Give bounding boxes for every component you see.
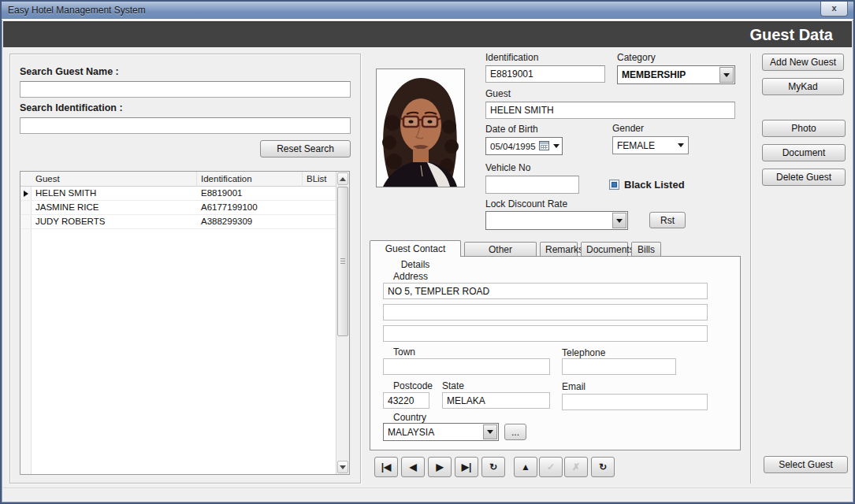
column-header-blist[interactable]: BList	[303, 172, 337, 187]
chevron-down-icon	[723, 73, 730, 77]
state-label: State	[442, 380, 464, 391]
search-identification-input[interactable]	[20, 117, 351, 134]
black-listed-checkbox[interactable]	[609, 180, 619, 190]
search-guest-name-input[interactable]	[20, 81, 351, 98]
previous-record-icon: ◀	[409, 461, 416, 472]
category-dropdown-button[interactable]	[719, 67, 734, 83]
country-select[interactable]: MALAYSIA	[383, 423, 499, 441]
title-bar[interactable]: Easy Hotel Management System x	[2, 2, 853, 20]
category-label: Category	[617, 52, 656, 63]
postcode-input[interactable]	[383, 392, 429, 409]
category-select[interactable]: MEMBERSHIP	[617, 65, 735, 84]
bottom-divider	[3, 487, 852, 488]
close-button[interactable]: x	[820, 2, 848, 17]
gender-value: FEMALE	[617, 137, 672, 154]
scroll-down-button[interactable]	[337, 461, 348, 473]
cell-identification: A6177199100	[197, 201, 303, 215]
guest-photo	[376, 69, 465, 187]
date-of-birth-picker[interactable]: 05/04/1995	[485, 137, 563, 155]
scrollbar-grip-icon	[340, 258, 345, 265]
tab-guest-contact-details[interactable]: Guest Contact Details	[370, 240, 461, 257]
cell-guest: JASMINE RICE	[32, 201, 197, 215]
chevron-down-icon	[487, 430, 493, 434]
state-input[interactable]	[442, 392, 550, 409]
nav-refresh-button[interactable]: ↻	[481, 457, 505, 477]
lock-discount-dropdown-button[interactable]	[612, 213, 626, 228]
email-input[interactable]	[562, 394, 708, 410]
calendar-icon[interactable]	[539, 141, 549, 150]
search-panel: Search Guest Name : Search Identificatio…	[9, 54, 361, 484]
town-input[interactable]	[383, 358, 550, 375]
lock-discount-rate-label: Lock Discount Rate	[485, 198, 567, 209]
nav-first-button[interactable]: |◀	[374, 457, 398, 477]
confirm-icon: ✓	[547, 461, 555, 472]
country-browse-button[interactable]: ...	[504, 424, 526, 440]
photo-button[interactable]: Photo	[762, 120, 846, 137]
gender-label: Gender	[612, 123, 644, 134]
tab-bills[interactable]: Bills	[631, 242, 661, 256]
cell-blist	[303, 215, 337, 229]
category-value: MEMBERSHIP	[622, 66, 719, 83]
tab-documents[interactable]: Documents	[581, 242, 628, 256]
last-record-icon: ▶|	[462, 461, 472, 472]
reset-search-button[interactable]: Reset Search	[260, 140, 351, 158]
close-icon: x	[831, 3, 836, 13]
telephone-label: Telephone	[562, 347, 605, 358]
guest-table[interactable]: Guest Identification BList HELEN SMITH E…	[20, 171, 350, 475]
country-value: MALAYSIA	[388, 424, 482, 440]
guest-label: Guest	[485, 88, 511, 99]
chevron-down-icon	[616, 219, 623, 223]
nav-next-button[interactable]: ▶	[428, 457, 452, 477]
address-line2-input[interactable]	[383, 304, 708, 321]
delete-guest-button[interactable]: Delete Guest	[762, 169, 846, 186]
portrait-image	[377, 69, 464, 187]
tab-remarks[interactable]: Remarks	[540, 242, 578, 256]
chevron-down-icon	[678, 143, 684, 147]
selected-row-arrow-icon	[24, 191, 28, 197]
vertical-separator	[750, 54, 751, 484]
chevron-down-icon[interactable]	[553, 144, 559, 148]
country-dropdown-button[interactable]	[483, 424, 497, 439]
guest-contact-details-panel: Address Town Telephone Postcode State Em…	[370, 256, 741, 450]
table-vertical-scrollbar[interactable]	[336, 172, 349, 474]
add-new-guest-button[interactable]: Add New Guest	[762, 54, 844, 71]
refresh-icon: ↻	[489, 461, 497, 472]
lock-discount-rate-select[interactable]	[485, 211, 628, 230]
first-record-icon: |◀	[381, 461, 392, 472]
cell-blist	[303, 201, 337, 215]
nav-edit-button[interactable]: ▲	[514, 457, 537, 477]
table-row[interactable]: HELEN SMITH E8819001	[20, 187, 336, 201]
refresh-icon: ↻	[599, 461, 607, 472]
vehicle-no-label: Vehicle No	[485, 162, 530, 173]
select-guest-button[interactable]: Select Guest	[764, 456, 848, 473]
cell-identification: E8819001	[197, 187, 303, 201]
checkbox-fill-icon	[612, 182, 617, 187]
cell-blist	[303, 187, 337, 201]
black-listed-label: Black Listed	[624, 179, 685, 191]
scroll-up-icon	[340, 177, 346, 181]
nav-prior-button[interactable]: ◀	[401, 457, 425, 477]
column-header-guest[interactable]: Guest	[32, 172, 197, 187]
guest-name-input[interactable]	[485, 102, 735, 119]
vehicle-no-input[interactable]	[485, 176, 579, 194]
scroll-up-button[interactable]	[337, 172, 348, 185]
rst-button[interactable]: Rst	[649, 212, 686, 228]
scrollbar-thumb[interactable]	[337, 187, 348, 336]
window-title: Easy Hotel Management System	[8, 5, 146, 16]
mykad-button[interactable]: MyKad	[762, 78, 844, 95]
gender-select[interactable]: FEMALE	[612, 136, 689, 154]
table-row[interactable]: JUDY ROBERTS A388299309	[20, 215, 336, 229]
nav-last-button[interactable]: ▶|	[455, 457, 478, 477]
tab-other-information[interactable]: Other Information	[464, 242, 537, 256]
identification-input[interactable]	[485, 65, 605, 83]
address-label: Address	[393, 271, 428, 282]
address-line1-input[interactable]	[383, 283, 708, 299]
address-line3-input[interactable]	[383, 325, 708, 342]
nav-refresh2-button[interactable]: ↻	[591, 457, 615, 477]
guest-tabs: Guest Contact Details Other Information …	[370, 240, 741, 450]
column-header-identification[interactable]: Identification	[197, 172, 303, 187]
document-button[interactable]: Document	[762, 144, 846, 161]
nav-post-button: ✓	[539, 457, 563, 477]
telephone-input[interactable]	[562, 358, 676, 375]
table-row[interactable]: JASMINE RICE A6177199100	[20, 201, 336, 215]
